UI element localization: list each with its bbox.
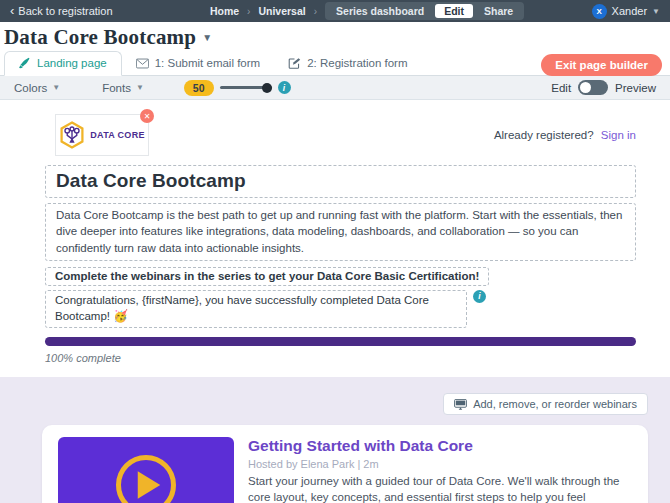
logo-block[interactable]: DATA CORE ✕ [55, 114, 149, 156]
exit-page-builder-button[interactable]: Exit page builder [541, 54, 662, 76]
signin-row: Already registered? Sign in [494, 129, 636, 141]
breadcrumb-universal[interactable]: Universal [258, 5, 305, 17]
fonts-label: Fonts [102, 82, 131, 94]
edit-preview-toggle-group: Edit Preview [551, 80, 656, 95]
webinar-card-body: Getting Started with Data Core Hosted by… [248, 437, 632, 503]
page-title: Data Core Bootcamp [4, 25, 196, 50]
remove-logo-close-icon[interactable]: ✕ [140, 109, 154, 123]
style-toolbar: Colors ▼ Fonts ▼ 50 i Edit Preview [0, 76, 670, 100]
tab-landing-label: Landing page [37, 57, 107, 69]
info-icon[interactable]: i [278, 81, 291, 94]
preview-mode-label: Preview [615, 82, 656, 94]
tab-registration-label: 2: Registration form [307, 57, 407, 69]
series-description: Data Core Bootcamp is the best path to g… [56, 209, 622, 254]
slider-value-badge: 50 [184, 80, 214, 96]
add-reorder-webinars-button[interactable]: Add, remove, or reorder webinars [443, 393, 648, 415]
webinar-description: Start your journey with a guided tour of… [248, 473, 632, 503]
webinar-host: Hosted by Elena Park | 2m [248, 458, 632, 470]
font-size-slider-group: 50 i [184, 80, 291, 96]
back-chevron-icon: ‹ [10, 4, 14, 17]
congrats-row: Congratulations, {firstName}, you have s… [45, 290, 636, 328]
font-size-slider[interactable] [220, 86, 272, 89]
segment-edit[interactable]: Edit [435, 4, 473, 18]
colors-label: Colors [14, 82, 47, 94]
webinar-thumbnail[interactable] [58, 437, 234, 503]
already-registered-text: Already registered? [494, 129, 594, 141]
toggle-knob [580, 82, 591, 93]
sign-in-link[interactable]: Sign in [601, 129, 636, 141]
series-heading: Data Core Bootcamp [56, 170, 625, 192]
editable-congrats-block[interactable]: Congratulations, {firstName}, you have s… [45, 290, 467, 328]
play-icon [136, 470, 162, 500]
tab-bar: Landing page 1: Submit email form 2: Reg… [0, 52, 670, 76]
congrats-text: Congratulations, {firstName}, you have s… [55, 294, 429, 322]
chevron-down-icon: ▼ [136, 83, 144, 92]
landing-page-canvas: DATA CORE ✕ Already registered? Sign in … [0, 100, 670, 364]
fonts-dropdown[interactable]: Fonts ▼ [102, 82, 144, 94]
breadcrumb: Home › Universal › Series dashboard Edit… [180, 2, 524, 20]
segment-series-dashboard[interactable]: Series dashboard [327, 4, 433, 18]
segment-share[interactable]: Share [475, 4, 522, 18]
editable-description-block[interactable]: Data Core Bootcamp is the best path to g… [45, 203, 636, 261]
cert-note-text: Complete the webinars in the series to g… [55, 270, 479, 282]
play-ring [116, 455, 176, 503]
breadcrumb-home[interactable]: Home [210, 5, 239, 17]
webinar-title: Getting Started with Data Core [248, 437, 632, 455]
breadcrumb-chevron-icon: › [314, 6, 317, 17]
breadcrumb-chevron-icon: › [247, 6, 250, 17]
tab-email-label: 1: Submit email form [155, 57, 260, 69]
tab-submit-email-form[interactable]: 1: Submit email form [122, 52, 274, 75]
page-header: Data Core Bootcamp ▼ [0, 22, 670, 52]
datacore-hexagon-icon [59, 121, 85, 149]
chevron-down-icon: ▼ [52, 83, 60, 92]
colors-dropdown[interactable]: Colors ▼ [14, 82, 60, 94]
tab-registration-form[interactable]: 2: Registration form [274, 52, 421, 75]
view-segmented-control: Series dashboard Edit Share [325, 2, 524, 20]
pencil-square-icon [288, 57, 301, 69]
envelope-icon [136, 58, 149, 69]
editable-cert-note-block[interactable]: Complete the webinars in the series to g… [45, 267, 489, 286]
back-to-registration-link[interactable]: ‹ Back to registration [10, 5, 113, 17]
chevron-down-icon: ▼ [652, 7, 660, 16]
tab-landing-page[interactable]: Landing page [4, 51, 122, 76]
progress-label: 100% complete [45, 352, 636, 364]
user-menu[interactable]: X Xander ▼ [592, 4, 660, 19]
preview-toggle[interactable] [578, 80, 608, 95]
progress-bar [45, 337, 636, 346]
webinars-section: Add, remove, or reorder webinars Getting… [0, 377, 670, 503]
monitor-icon [454, 399, 467, 410]
logo-text: DATA CORE [90, 130, 145, 140]
info-icon[interactable]: i [473, 290, 486, 303]
add-reorder-label: Add, remove, or reorder webinars [473, 398, 637, 410]
topbar: ‹ Back to registration Home › Universal … [0, 0, 670, 22]
avatar: X [592, 4, 607, 19]
logo-row: DATA CORE ✕ Already registered? Sign in [45, 114, 636, 156]
editable-heading-block[interactable]: Data Core Bootcamp [45, 165, 636, 198]
edit-mode-label: Edit [551, 82, 571, 94]
title-chevron-down-icon[interactable]: ▼ [202, 32, 212, 43]
webinar-card: Getting Started with Data Core Hosted by… [42, 425, 648, 503]
paintbrush-icon [19, 57, 31, 69]
user-name: Xander [612, 5, 647, 17]
slider-knob[interactable] [262, 83, 272, 93]
back-label: Back to registration [18, 5, 112, 17]
